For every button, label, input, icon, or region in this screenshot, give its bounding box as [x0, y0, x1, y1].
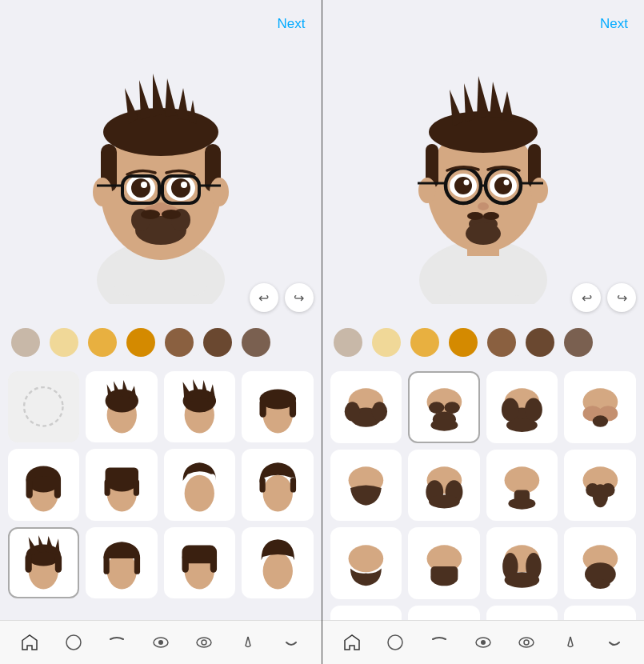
- svg-rect-70: [55, 554, 62, 573]
- svg-point-59: [185, 475, 214, 512]
- undo-button-right[interactable]: ↩: [572, 283, 601, 312]
- beard-option-8[interactable]: [564, 450, 636, 522]
- svg-point-142: [586, 483, 599, 497]
- beard-option-4[interactable]: [564, 371, 636, 443]
- svg-point-151: [505, 572, 540, 587]
- beard-option-13[interactable]: [330, 606, 402, 620]
- svg-point-136: [429, 495, 460, 509]
- beard-option-11[interactable]: [486, 527, 558, 599]
- beard-grid-container-right: [330, 371, 637, 620]
- hair-option-10[interactable]: [164, 527, 235, 598]
- undo-button-left[interactable]: ↩: [250, 283, 278, 312]
- nav-eye2-right[interactable]: [514, 630, 539, 655]
- redo-button-left[interactable]: ↪: [285, 283, 314, 312]
- svg-rect-147: [430, 566, 458, 580]
- nav-mouth-left[interactable]: [278, 630, 304, 655]
- svg-point-60: [262, 475, 292, 512]
- svg-point-131: [592, 416, 607, 428]
- beard-option-5[interactable]: [330, 450, 402, 522]
- svg-point-79: [66, 635, 81, 650]
- beard-option-16[interactable]: [564, 606, 636, 620]
- next-button-left[interactable]: Next: [278, 16, 306, 32]
- svg-point-18: [171, 178, 190, 198]
- beard-option-6[interactable]: [408, 450, 480, 522]
- color-dot-r3[interactable]: [410, 328, 439, 357]
- hair-option-5[interactable]: [86, 449, 157, 520]
- nav-bar-left: [0, 620, 322, 664]
- svg-marker-38: [122, 381, 130, 398]
- beard-option-7[interactable]: [486, 450, 558, 522]
- color-dot-r2[interactable]: [372, 328, 401, 357]
- hair-option-none[interactable]: [8, 371, 79, 442]
- nav-eye1-left[interactable]: [148, 630, 174, 655]
- beard-option-10[interactable]: [408, 527, 480, 599]
- hair-option-7[interactable]: [242, 449, 313, 520]
- color-dot-3[interactable]: [88, 328, 117, 357]
- nav-brows-right[interactable]: [426, 630, 452, 655]
- svg-point-113: [483, 212, 499, 220]
- svg-point-31: [141, 210, 160, 219]
- avatar-svg-left: [73, 64, 249, 304]
- hair-grid-left: [0, 365, 322, 620]
- color-dot-4[interactable]: [126, 328, 155, 357]
- beard-option-12[interactable]: [564, 527, 636, 599]
- beard-option-15[interactable]: [486, 606, 558, 620]
- beard-option-14[interactable]: [408, 606, 480, 620]
- svg-marker-8: [165, 78, 177, 117]
- beard-option-2[interactable]: [408, 371, 480, 443]
- hair-option-1[interactable]: [86, 371, 157, 442]
- svg-point-167: [524, 640, 529, 645]
- svg-point-126: [525, 398, 542, 422]
- svg-point-112: [467, 212, 483, 220]
- color-dot-r6[interactable]: [526, 328, 554, 357]
- nav-nose-left[interactable]: [235, 630, 261, 655]
- svg-point-100: [454, 177, 472, 194]
- nav-nose-right[interactable]: [558, 630, 583, 655]
- nav-face-right[interactable]: [382, 630, 408, 655]
- svg-point-103: [503, 180, 509, 186]
- nav-mouth-right[interactable]: [602, 630, 627, 655]
- color-dot-1[interactable]: [11, 328, 40, 357]
- svg-point-82: [197, 638, 211, 647]
- next-button-right[interactable]: Next: [600, 16, 628, 32]
- svg-point-81: [158, 640, 163, 645]
- nav-eye1-right[interactable]: [470, 630, 496, 655]
- svg-point-83: [202, 640, 206, 645]
- avatar-area-left: ↩ ↪: [0, 48, 322, 320]
- color-dot-r4[interactable]: [449, 328, 478, 357]
- color-dot-r5[interactable]: [487, 328, 516, 357]
- beard-option-9[interactable]: [330, 527, 402, 599]
- color-dot-6[interactable]: [203, 328, 232, 357]
- nav-home-right[interactable]: [339, 630, 365, 655]
- hair-option-3[interactable]: [242, 371, 313, 442]
- hair-option-6[interactable]: [164, 449, 235, 520]
- hair-option-2[interactable]: [164, 371, 235, 442]
- color-dot-r1[interactable]: [334, 328, 362, 357]
- nav-brows-left[interactable]: [104, 630, 130, 655]
- svg-marker-67: [46, 536, 55, 554]
- color-dot-7[interactable]: [242, 328, 270, 357]
- hair-option-8[interactable]: [8, 527, 79, 598]
- beard-option-1[interactable]: [330, 371, 402, 443]
- hair-option-9[interactable]: [86, 527, 157, 598]
- redo-button-right[interactable]: ↪: [607, 283, 636, 312]
- svg-rect-48: [259, 399, 266, 418]
- beard-option-3[interactable]: [486, 371, 558, 443]
- color-dot-5[interactable]: [165, 328, 194, 357]
- hair-option-4[interactable]: [8, 449, 79, 520]
- svg-point-125: [502, 398, 519, 422]
- color-row-left: [0, 320, 322, 365]
- svg-point-163: [388, 635, 402, 650]
- hair-option-11[interactable]: [242, 527, 313, 598]
- nav-eye2-left[interactable]: [191, 630, 217, 655]
- color-row-right: [322, 320, 645, 365]
- svg-point-120: [430, 420, 458, 432]
- nav-home-left[interactable]: [17, 630, 42, 655]
- nav-face-left[interactable]: [61, 630, 86, 655]
- color-dot-2[interactable]: [50, 328, 78, 357]
- panel-right: Next: [322, 0, 645, 664]
- svg-marker-90: [464, 83, 475, 122]
- color-dot-r7[interactable]: [564, 328, 593, 357]
- svg-rect-72: [103, 554, 109, 574]
- svg-point-33: [25, 388, 63, 426]
